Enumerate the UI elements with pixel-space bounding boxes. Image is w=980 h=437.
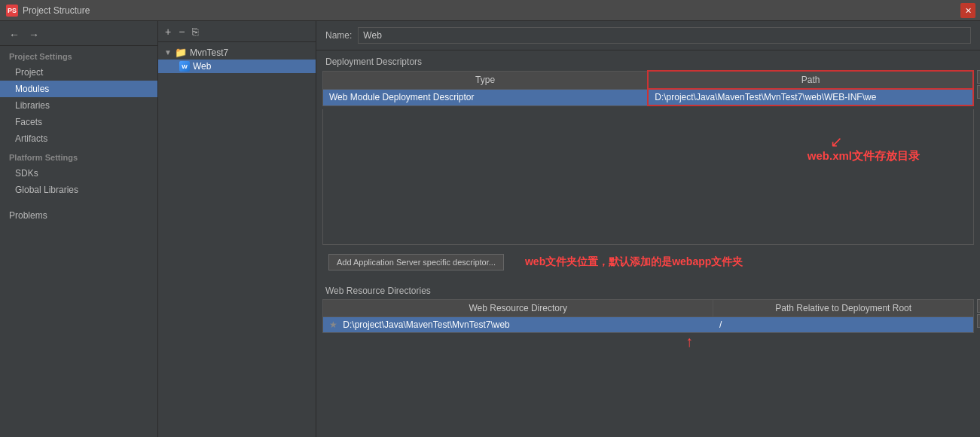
close-button[interactable]: ✕ <box>960 3 975 18</box>
sidebar-item-facets[interactable]: Facets <box>0 114 157 130</box>
tree-add-button[interactable]: + <box>163 26 173 38</box>
web-resource-title: Web Resource Directories <box>316 280 980 299</box>
annotation-webapp: web文件夹位置，默认添加的是webapp文件夹 <box>525 255 743 269</box>
sidebar-item-project[interactable]: Project <box>0 64 157 81</box>
table-row[interactable]: Web Module Deployment Descriptor D:\proj… <box>323 89 974 105</box>
left-sidebar: ← → Project Settings Project Modules Lib… <box>0 21 158 437</box>
add-descriptor-button[interactable]: Add Application Server specific descript… <box>328 254 504 270</box>
content-area: Name: Deployment Descriptors Type Path W… <box>316 21 980 437</box>
web-resource-dir-header: Web Resource Directory <box>323 300 713 317</box>
project-settings-label: Project Settings <box>0 46 157 64</box>
sidebar-item-problems[interactable]: Problems <box>0 204 157 224</box>
tree-node-root[interactable]: ▼ 📁 MvnTest7 <box>158 45 316 60</box>
web-resource-path-cell: / <box>713 317 974 333</box>
web-resource-add-button[interactable]: + <box>977 299 980 313</box>
web-resource-table: Web Resource Directory Path Relative to … <box>322 299 974 333</box>
deployment-table-empty-area <box>322 109 974 245</box>
name-input[interactable] <box>358 27 971 44</box>
arrow-webapp: ↑ <box>685 333 693 350</box>
tree-toolbar: + − ⎘ <box>158 21 316 42</box>
tree-web-label: Web <box>193 61 211 72</box>
folder-icon: 📁 <box>175 47 187 58</box>
sidebar-item-modules[interactable]: Modules <box>0 81 157 97</box>
tree-root-label: MvnTest7 <box>190 47 228 58</box>
sidebar-item-libraries[interactable]: Libraries <box>0 97 157 114</box>
type-column-header: Type <box>323 71 649 89</box>
deployment-table: Type Path Web Module Deployment Descript… <box>322 70 974 106</box>
web-resource-star-icon: ★ <box>329 319 337 330</box>
sidebar-item-sdks[interactable]: SDKs <box>0 165 157 182</box>
app-icon: PS <box>6 5 18 17</box>
web-resource-remove-button[interactable]: − <box>977 314 980 328</box>
web-module-icon: W <box>179 61 190 72</box>
deployment-add-button[interactable]: + <box>977 70 980 84</box>
tree-content: ▼ 📁 MvnTest7 W Web <box>158 42 316 76</box>
tree-copy-button[interactable]: ⎘ <box>190 26 200 38</box>
window-title: Project Structure <box>23 5 90 16</box>
sidebar-item-artifacts[interactable]: Artifacts <box>0 130 157 147</box>
deployment-remove-button[interactable]: − <box>977 85 980 99</box>
platform-settings-label: Platform Settings <box>0 147 157 165</box>
deployment-edit-button[interactable]: ✎ <box>977 100 980 114</box>
type-cell: Web Module Deployment Descriptor <box>323 89 649 105</box>
web-resource-table-buttons: + − <box>977 299 980 328</box>
web-resource-row[interactable]: ★ D:\project\Java\MavenTest\MvnTest7\web… <box>323 317 974 333</box>
tree-node-web[interactable]: W Web <box>158 60 316 73</box>
path-column-header: Path <box>648 71 973 89</box>
name-label: Name: <box>325 30 352 41</box>
tree-remove-button[interactable]: − <box>176 26 187 38</box>
sidebar-item-global-libraries[interactable]: Global Libraries <box>0 182 157 198</box>
title-bar: PS Project Structure ✕ <box>0 0 980 21</box>
nav-buttons: ← → <box>0 24 157 46</box>
expand-icon: ▼ <box>164 48 172 57</box>
web-resource-path-header: Path Relative to Deployment Root <box>713 300 974 317</box>
deployment-descriptors-title: Deployment Descriptors <box>316 50 980 70</box>
back-button[interactable]: ← <box>6 27 23 42</box>
path-cell: D:\project\Java\MavenTest\MvnTest7\web\W… <box>648 89 973 105</box>
deployment-table-buttons: + − ✎ <box>977 70 980 114</box>
tree-panel: + − ⎘ ▼ 📁 MvnTest7 W Web <box>158 21 316 437</box>
forward-button[interactable]: → <box>26 27 42 42</box>
name-bar: Name: <box>316 21 980 50</box>
web-resource-dir-cell: ★ D:\project\Java\MavenTest\MvnTest7\web <box>323 317 713 333</box>
